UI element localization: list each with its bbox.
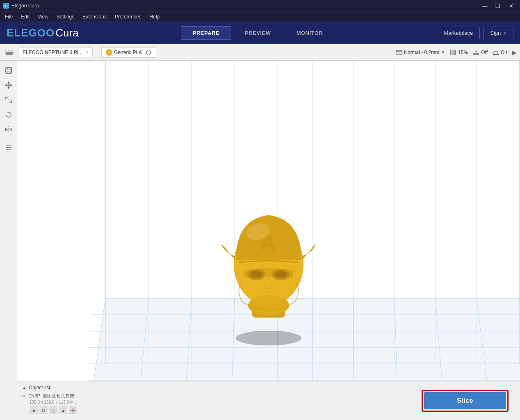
adhesion-icon bbox=[493, 49, 499, 56]
left-toolbar bbox=[0, 61, 17, 420]
printer-selector[interactable]: ELEGOO NEPTUNE 3 PL... ‹ › bbox=[18, 48, 93, 57]
rotate-icon bbox=[5, 111, 13, 119]
support-setting[interactable]: Off bbox=[473, 49, 488, 56]
slice-button[interactable]: Slice bbox=[424, 392, 506, 409]
more-settings-button[interactable]: ▶ bbox=[512, 49, 517, 56]
adhesion-label: On bbox=[501, 50, 507, 55]
infill-setting[interactable]: 15% bbox=[450, 49, 468, 56]
main-area: A bbox=[0, 61, 520, 420]
header-tabs: PREPARE PREVIEW MONITOR bbox=[181, 26, 335, 40]
svg-rect-12 bbox=[9, 68, 11, 70]
profile-chevron-icon: ▼ bbox=[441, 50, 445, 54]
action-btn-4[interactable]: ▲ bbox=[59, 406, 67, 414]
origin-icon bbox=[69, 406, 77, 414]
toolbar: ELEGOO NEPTUNE 3 PL... ‹ › ● Generic PLA… bbox=[0, 44, 520, 61]
menu-preferences[interactable]: Preferences bbox=[113, 13, 143, 20]
action-btn-2[interactable]: □ bbox=[39, 406, 48, 414]
menu-edit[interactable]: Edit bbox=[19, 13, 31, 20]
captain-america-model: A bbox=[211, 191, 326, 346]
object-list-arrow: ▲ bbox=[22, 386, 26, 390]
support-label: Off bbox=[481, 50, 488, 55]
header-right: Marketplace Sign in bbox=[437, 27, 513, 39]
move-tool-button[interactable] bbox=[2, 79, 15, 92]
svg-line-15 bbox=[6, 97, 11, 103]
profile-label: Normal - 0.2mm bbox=[404, 50, 439, 55]
object-name: EN3P_美国队长头盔架... bbox=[28, 393, 78, 399]
red-x-marker bbox=[69, 406, 77, 414]
profile-icon bbox=[396, 49, 402, 56]
svg-rect-0 bbox=[396, 50, 402, 54]
select-tool-button[interactable] bbox=[2, 64, 15, 77]
bottom-panel: ▲ Object list ✏ EN3P_美国队长头盔架... 100.0 x … bbox=[17, 381, 520, 420]
toolbar-right: Normal - 0.2mm ▼ 15% Off On bbox=[396, 49, 517, 56]
object-list-label: Object list bbox=[29, 385, 50, 390]
app-icon: E bbox=[3, 3, 9, 9]
signin-button[interactable]: Sign in bbox=[483, 27, 513, 39]
svg-point-61 bbox=[275, 271, 287, 278]
adhesion-setting[interactable]: On bbox=[493, 49, 507, 56]
infill-label: 15% bbox=[458, 50, 468, 55]
move-icon bbox=[5, 81, 13, 89]
logo-cura: Cura bbox=[55, 27, 78, 39]
close-button[interactable]: ✕ bbox=[505, 1, 517, 10]
title-bar-left: E Elegoo Cura bbox=[3, 3, 39, 9]
title-bar-controls: — ❐ ✕ bbox=[479, 1, 517, 10]
tab-prepare[interactable]: PREPARE bbox=[181, 26, 231, 40]
toolbar-separator-1 bbox=[97, 48, 97, 57]
minimize-button[interactable]: — bbox=[479, 1, 490, 10]
svg-rect-13 bbox=[7, 71, 8, 73]
app-title: Elegoo Cura bbox=[11, 3, 39, 9]
profile-setting[interactable]: Normal - 0.2mm ▼ bbox=[396, 49, 445, 56]
svg-rect-9 bbox=[494, 52, 498, 54]
action-btn-3[interactable]: △ bbox=[49, 406, 57, 414]
menu-extensions[interactable]: Extensions bbox=[81, 13, 108, 20]
menu-file[interactable]: File bbox=[3, 13, 14, 20]
mirror-tool-button[interactable] bbox=[2, 123, 15, 136]
material-chevron-icon: ❮❯ bbox=[145, 50, 152, 54]
printer-chevron-right-icon: › bbox=[87, 50, 88, 54]
tab-preview[interactable]: PREVIEW bbox=[233, 26, 283, 40]
scale-icon bbox=[5, 96, 13, 104]
scale-tool-button[interactable] bbox=[2, 93, 15, 107]
select-icon bbox=[5, 66, 13, 75]
menu-help[interactable]: Help bbox=[148, 13, 162, 20]
3d-model: A bbox=[211, 191, 326, 346]
svg-point-62 bbox=[248, 295, 289, 316]
material-name: Generic PLA bbox=[114, 50, 142, 55]
rotate-tool-button[interactable] bbox=[2, 108, 15, 121]
printer-name: ELEGOO NEPTUNE 3 PL... bbox=[23, 50, 84, 55]
layer-tool-button[interactable] bbox=[2, 141, 15, 154]
maximize-button[interactable]: ❐ bbox=[492, 1, 504, 10]
support-icon bbox=[473, 49, 479, 56]
svg-rect-4 bbox=[474, 53, 479, 54]
open-folder-button[interactable] bbox=[3, 47, 16, 58]
material-icon: ● bbox=[106, 49, 112, 56]
infill-icon bbox=[450, 49, 456, 56]
svg-point-53 bbox=[236, 331, 301, 345]
material-selector[interactable]: ● Generic PLA ❮❯ bbox=[101, 47, 156, 58]
slice-button-container: Slice bbox=[422, 390, 509, 412]
mirror-icon bbox=[5, 125, 13, 134]
menu-settings[interactable]: Settings bbox=[55, 13, 76, 20]
menu-bar: File Edit View Settings Extensions Prefe… bbox=[0, 11, 520, 21]
svg-rect-14 bbox=[9, 71, 11, 73]
header: ELEGOO Cura PREPARE PREVIEW MONITOR Mark… bbox=[0, 21, 520, 44]
edit-icon: ✏ bbox=[22, 393, 26, 399]
action-btn-1[interactable]: ■ bbox=[30, 406, 38, 414]
title-bar: E Elegoo Cura — ❐ ✕ bbox=[0, 0, 520, 11]
layer-icon bbox=[5, 143, 13, 152]
viewport[interactable]: A bbox=[17, 61, 520, 420]
svg-rect-11 bbox=[7, 68, 8, 70]
logo-elegoo: ELEGOO bbox=[7, 27, 55, 39]
marketplace-button[interactable]: Marketplace bbox=[437, 27, 480, 39]
tab-monitor[interactable]: MONITOR bbox=[285, 26, 335, 40]
menu-view[interactable]: View bbox=[36, 13, 50, 20]
svg-point-59 bbox=[250, 271, 262, 278]
logo: ELEGOO Cura bbox=[7, 27, 79, 39]
